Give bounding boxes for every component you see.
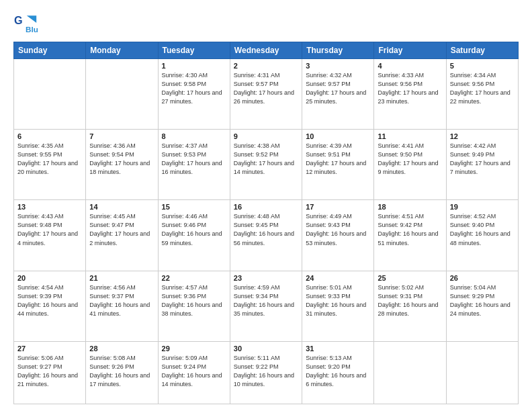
day-info: Sunrise: 4:42 AM Sunset: 9:49 PM Dayligh… bbox=[450, 142, 515, 177]
calendar-week-row: 6Sunrise: 4:35 AM Sunset: 9:55 PM Daylig… bbox=[14, 130, 519, 200]
table-row: 18Sunrise: 4:51 AM Sunset: 9:42 PM Dayli… bbox=[374, 200, 446, 271]
table-row: 7Sunrise: 4:36 AM Sunset: 9:54 PM Daylig… bbox=[86, 130, 158, 200]
table-row: 10Sunrise: 4:39 AM Sunset: 9:51 PM Dayli… bbox=[302, 130, 374, 200]
page: G Blue Sunday Monday Tuesday Wedn bbox=[0, 0, 532, 411]
table-row: 4Sunrise: 4:33 AM Sunset: 9:56 PM Daylig… bbox=[374, 59, 446, 130]
day-number: 23 bbox=[234, 274, 298, 282]
day-info: Sunrise: 5:06 AM Sunset: 9:27 PM Dayligh… bbox=[17, 354, 82, 389]
day-info: Sunrise: 4:32 AM Sunset: 9:57 PM Dayligh… bbox=[306, 71, 370, 106]
day-number: 30 bbox=[234, 345, 298, 353]
day-number: 28 bbox=[89, 345, 154, 353]
day-info: Sunrise: 4:31 AM Sunset: 9:57 PM Dayligh… bbox=[234, 71, 298, 106]
day-number: 25 bbox=[378, 274, 442, 282]
day-number: 11 bbox=[378, 132, 442, 140]
table-row: 23Sunrise: 4:59 AM Sunset: 9:34 PM Dayli… bbox=[230, 271, 302, 341]
col-saturday: Saturday bbox=[446, 42, 518, 59]
day-info: Sunrise: 4:43 AM Sunset: 9:48 PM Dayligh… bbox=[17, 212, 82, 247]
table-row: 26Sunrise: 5:04 AM Sunset: 9:29 PM Dayli… bbox=[446, 271, 518, 341]
day-info: Sunrise: 4:49 AM Sunset: 9:43 PM Dayligh… bbox=[306, 212, 370, 247]
day-number: 19 bbox=[450, 203, 515, 211]
day-number: 15 bbox=[162, 203, 226, 211]
day-number: 17 bbox=[306, 203, 370, 211]
day-number: 8 bbox=[162, 132, 226, 140]
table-row: 27Sunrise: 5:06 AM Sunset: 9:27 PM Dayli… bbox=[14, 341, 86, 404]
day-number: 31 bbox=[306, 345, 370, 353]
table-row: 21Sunrise: 4:56 AM Sunset: 9:37 PM Dayli… bbox=[86, 271, 158, 341]
day-info: Sunrise: 4:37 AM Sunset: 9:53 PM Dayligh… bbox=[162, 142, 226, 177]
generalblue-logo-icon: G Blue bbox=[13, 11, 38, 35]
day-number: 16 bbox=[234, 203, 298, 211]
day-number: 3 bbox=[306, 62, 370, 70]
day-number: 1 bbox=[162, 62, 226, 70]
day-info: Sunrise: 4:46 AM Sunset: 9:46 PM Dayligh… bbox=[162, 212, 226, 247]
table-row bbox=[86, 59, 158, 130]
day-info: Sunrise: 5:04 AM Sunset: 9:29 PM Dayligh… bbox=[450, 283, 515, 318]
table-row: 1Sunrise: 4:30 AM Sunset: 9:58 PM Daylig… bbox=[158, 59, 230, 130]
table-row bbox=[374, 341, 446, 404]
day-number: 20 bbox=[17, 274, 82, 282]
table-row: 8Sunrise: 4:37 AM Sunset: 9:53 PM Daylig… bbox=[158, 130, 230, 200]
logo: G Blue bbox=[13, 11, 40, 35]
table-row: 25Sunrise: 5:02 AM Sunset: 9:31 PM Dayli… bbox=[374, 271, 446, 341]
day-number: 21 bbox=[89, 274, 154, 282]
calendar-header-row: Sunday Monday Tuesday Wednesday Thursday… bbox=[14, 42, 519, 59]
calendar-week-row: 20Sunrise: 4:54 AM Sunset: 9:39 PM Dayli… bbox=[14, 271, 519, 341]
day-info: Sunrise: 4:34 AM Sunset: 9:56 PM Dayligh… bbox=[450, 71, 515, 106]
table-row: 28Sunrise: 5:08 AM Sunset: 9:26 PM Dayli… bbox=[86, 341, 158, 404]
col-wednesday: Wednesday bbox=[230, 42, 302, 59]
table-row: 22Sunrise: 4:57 AM Sunset: 9:36 PM Dayli… bbox=[158, 271, 230, 341]
day-info: Sunrise: 5:02 AM Sunset: 9:31 PM Dayligh… bbox=[378, 283, 442, 318]
day-info: Sunrise: 4:51 AM Sunset: 9:42 PM Dayligh… bbox=[378, 212, 442, 247]
col-sunday: Sunday bbox=[14, 42, 86, 59]
day-info: Sunrise: 4:41 AM Sunset: 9:50 PM Dayligh… bbox=[378, 142, 442, 177]
table-row: 24Sunrise: 5:01 AM Sunset: 9:33 PM Dayli… bbox=[302, 271, 374, 341]
table-row: 3Sunrise: 4:32 AM Sunset: 9:57 PM Daylig… bbox=[302, 59, 374, 130]
day-number: 2 bbox=[234, 62, 298, 70]
day-number: 27 bbox=[17, 345, 82, 353]
table-row: 15Sunrise: 4:46 AM Sunset: 9:46 PM Dayli… bbox=[158, 200, 230, 271]
day-number: 13 bbox=[17, 203, 82, 211]
day-number: 10 bbox=[306, 132, 370, 140]
day-number: 7 bbox=[89, 132, 154, 140]
day-info: Sunrise: 5:11 AM Sunset: 9:22 PM Dayligh… bbox=[234, 354, 298, 389]
table-row: 30Sunrise: 5:11 AM Sunset: 9:22 PM Dayli… bbox=[230, 341, 302, 404]
day-number: 9 bbox=[234, 132, 298, 140]
table-row: 2Sunrise: 4:31 AM Sunset: 9:57 PM Daylig… bbox=[230, 59, 302, 130]
table-row: 31Sunrise: 5:13 AM Sunset: 9:20 PM Dayli… bbox=[302, 341, 374, 404]
day-info: Sunrise: 4:54 AM Sunset: 9:39 PM Dayligh… bbox=[17, 283, 82, 318]
day-info: Sunrise: 5:13 AM Sunset: 9:20 PM Dayligh… bbox=[306, 354, 370, 389]
col-thursday: Thursday bbox=[302, 42, 374, 59]
day-number: 29 bbox=[162, 345, 226, 353]
day-number: 4 bbox=[378, 62, 442, 70]
table-row: 14Sunrise: 4:45 AM Sunset: 9:47 PM Dayli… bbox=[86, 200, 158, 271]
day-info: Sunrise: 5:08 AM Sunset: 9:26 PM Dayligh… bbox=[89, 354, 154, 389]
table-row: 16Sunrise: 4:48 AM Sunset: 9:45 PM Dayli… bbox=[230, 200, 302, 271]
day-info: Sunrise: 4:56 AM Sunset: 9:37 PM Dayligh… bbox=[89, 283, 154, 318]
day-number: 26 bbox=[450, 274, 515, 282]
day-info: Sunrise: 4:30 AM Sunset: 9:58 PM Dayligh… bbox=[162, 71, 226, 106]
table-row bbox=[14, 59, 86, 130]
day-info: Sunrise: 4:38 AM Sunset: 9:52 PM Dayligh… bbox=[234, 142, 298, 177]
day-info: Sunrise: 4:35 AM Sunset: 9:55 PM Dayligh… bbox=[17, 142, 82, 177]
calendar-week-row: 1Sunrise: 4:30 AM Sunset: 9:58 PM Daylig… bbox=[14, 59, 519, 130]
day-info: Sunrise: 4:52 AM Sunset: 9:40 PM Dayligh… bbox=[450, 212, 515, 247]
day-info: Sunrise: 4:59 AM Sunset: 9:34 PM Dayligh… bbox=[234, 283, 298, 318]
calendar-week-row: 13Sunrise: 4:43 AM Sunset: 9:48 PM Dayli… bbox=[14, 200, 519, 271]
table-row: 6Sunrise: 4:35 AM Sunset: 9:55 PM Daylig… bbox=[14, 130, 86, 200]
calendar-table: Sunday Monday Tuesday Wednesday Thursday… bbox=[13, 42, 519, 404]
table-row: 29Sunrise: 5:09 AM Sunset: 9:24 PM Dayli… bbox=[158, 341, 230, 404]
day-info: Sunrise: 4:39 AM Sunset: 9:51 PM Dayligh… bbox=[306, 142, 370, 177]
table-row: 11Sunrise: 4:41 AM Sunset: 9:50 PM Dayli… bbox=[374, 130, 446, 200]
table-row: 13Sunrise: 4:43 AM Sunset: 9:48 PM Dayli… bbox=[14, 200, 86, 271]
col-friday: Friday bbox=[374, 42, 446, 59]
day-info: Sunrise: 4:57 AM Sunset: 9:36 PM Dayligh… bbox=[162, 283, 226, 318]
day-number: 24 bbox=[306, 274, 370, 282]
day-info: Sunrise: 4:45 AM Sunset: 9:47 PM Dayligh… bbox=[89, 212, 154, 247]
table-row bbox=[446, 341, 518, 404]
day-number: 5 bbox=[450, 62, 515, 70]
day-info: Sunrise: 4:48 AM Sunset: 9:45 PM Dayligh… bbox=[234, 212, 298, 247]
day-info: Sunrise: 5:09 AM Sunset: 9:24 PM Dayligh… bbox=[162, 354, 226, 389]
table-row: 19Sunrise: 4:52 AM Sunset: 9:40 PM Dayli… bbox=[446, 200, 518, 271]
day-info: Sunrise: 5:01 AM Sunset: 9:33 PM Dayligh… bbox=[306, 283, 370, 318]
table-row: 12Sunrise: 4:42 AM Sunset: 9:49 PM Dayli… bbox=[446, 130, 518, 200]
